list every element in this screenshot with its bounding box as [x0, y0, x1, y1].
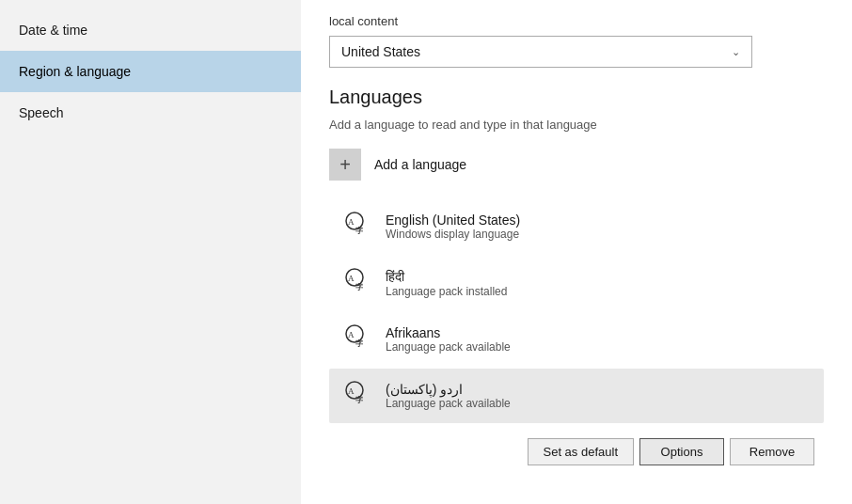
list-item[interactable]: A 字 Afrikaans Language pack available — [329, 312, 824, 367]
bottom-buttons: Set as default Options Remove — [329, 438, 824, 465]
svg-text:字: 字 — [355, 339, 363, 348]
language-status: Windows display language — [386, 228, 520, 241]
languages-subtitle: Add a language to read and type in that … — [329, 118, 824, 132]
language-name: اردو (پاکستان) — [386, 382, 511, 397]
chevron-down-icon: ⌄ — [732, 46, 740, 58]
language-status: Language pack available — [386, 397, 511, 410]
language-icon-hindi: A 字 — [337, 265, 372, 301]
main-content: local content United States ⌄ Languages … — [301, 0, 852, 504]
svg-text:A: A — [348, 217, 355, 227]
set-default-button[interactable]: Set as default — [528, 438, 635, 465]
country-dropdown[interactable]: United States ⌄ — [329, 36, 752, 68]
svg-text:字: 字 — [355, 226, 363, 235]
language-icon-afrikaans: A 字 — [337, 322, 372, 357]
list-item[interactable]: A 字 English (United States) Windows disp… — [329, 199, 824, 254]
svg-text:A: A — [348, 274, 355, 283]
language-icon-urdu: A 字 — [337, 378, 372, 414]
svg-text:字: 字 — [355, 282, 363, 291]
svg-text:A: A — [348, 386, 355, 396]
add-language-icon: + — [329, 149, 361, 181]
remove-button[interactable]: Remove — [730, 438, 814, 465]
language-status: Language pack installed — [386, 285, 507, 298]
svg-text:字: 字 — [355, 395, 363, 404]
language-status: Language pack available — [386, 340, 511, 354]
options-button[interactable]: Options — [639, 438, 724, 465]
dropdown-value: United States — [341, 44, 420, 59]
language-name: Afrikaans — [386, 325, 511, 340]
sidebar: Date & time Region & language Speech — [0, 0, 301, 504]
svg-text:A: A — [348, 330, 355, 339]
languages-section: Languages Add a language to read and typ… — [329, 87, 824, 465]
sidebar-item-date-time[interactable]: Date & time — [0, 9, 301, 51]
languages-title: Languages — [329, 87, 824, 108]
sidebar-item-region-language[interactable]: Region & language — [0, 51, 301, 92]
sidebar-item-speech[interactable]: Speech — [0, 92, 301, 134]
local-content-label: local content — [329, 14, 824, 28]
language-icon-english: A 字 — [337, 209, 372, 244]
local-content-section: local content United States ⌄ — [329, 0, 824, 68]
list-item[interactable]: A 字 हिंदी Language pack installed — [329, 256, 824, 310]
list-item[interactable]: A 字 اردو (پاکستان) Language pack availab… — [329, 369, 824, 423]
language-name: हिंदी — [386, 269, 507, 285]
add-language-label: Add a language — [374, 157, 466, 172]
language-name: English (United States) — [386, 213, 520, 228]
add-language-row[interactable]: + Add a language — [329, 149, 824, 181]
